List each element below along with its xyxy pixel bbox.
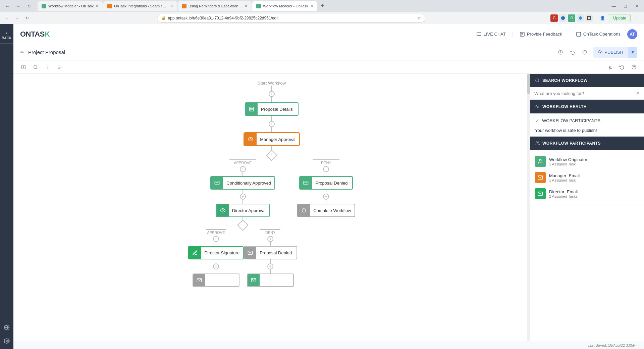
right-panel: SEARCH WORKFLOW ✕ WORKFLOW HEALTH ✓ <box>530 74 644 341</box>
publish-button[interactable]: PUBLISH ▼ <box>593 47 637 58</box>
addr-forward-btn[interactable]: → <box>13 14 21 22</box>
back-browser-btn[interactable]: ← <box>3 1 12 11</box>
reload-browser-btn[interactable]: ↻ <box>24 1 34 11</box>
settings-btn[interactable] <box>605 62 614 72</box>
help-btn[interactable] <box>629 62 639 72</box>
add-node-deny[interactable]: + <box>323 166 329 172</box>
sidebar-globe-icon[interactable] <box>1 322 12 333</box>
publish-dropdown-btn[interactable]: ▼ <box>628 47 637 58</box>
proposal-denied-1-node[interactable]: Proposal Denied <box>299 176 353 190</box>
line-after-pd1 <box>326 190 326 194</box>
back-button[interactable]: ‹ BACK <box>0 27 13 44</box>
workflow-health-section: WORKFLOW HEALTH ✓ WORKFLOW PARTICIPANTS … <box>530 100 644 137</box>
update-button[interactable]: Update <box>609 14 631 22</box>
ontask-operations-btn[interactable]: OnTask Operations <box>576 32 621 37</box>
bookmark-icon[interactable]: ☆ <box>417 16 421 20</box>
address-bar[interactable]: 🔒 app.ontask.io/t/6e30ea31-7012-4a94-9bf… <box>157 14 425 22</box>
proposal-denied-2-node[interactable]: Proposal Denied <box>244 246 297 259</box>
participant-director[interactable]: Director_Email 2 Assigned Tasks <box>530 186 644 202</box>
tab-favicon-3 <box>182 4 186 8</box>
proposal-details-node[interactable]: Proposal Details <box>245 102 299 116</box>
director-approval-node[interactable]: Director Approval <box>216 204 270 217</box>
text-format-btn[interactable] <box>55 62 64 72</box>
proposal-denied-2-label: Proposal Denied <box>256 250 295 255</box>
conditionally-approved-node[interactable]: Conditionally Approved <box>210 176 275 190</box>
new-tab-btn[interactable]: + <box>318 1 327 10</box>
add-after-pd1[interactable]: + <box>323 194 329 200</box>
header-actions: LIVE CHAT Provide Feedback OnTask Operat… <box>476 29 637 39</box>
workflow-canvas[interactable]: Start Workflow + <box>13 74 530 341</box>
ext-icon-5[interactable]: 🔲 <box>585 14 593 22</box>
browser-tab-4[interactable]: Workflow Modeler - OnTask ✕ <box>252 1 317 11</box>
director-signature-label: Director Signature <box>201 250 243 255</box>
dir-deny-label: DENY <box>265 231 276 235</box>
tab-close-2[interactable]: ✕ <box>170 4 173 8</box>
director-branch-connector <box>239 217 247 229</box>
canvas-scrollbar[interactable] <box>527 74 530 341</box>
originator-name: Workflow Originator <box>549 157 587 162</box>
start-workflow-label: Start Workflow <box>251 81 292 86</box>
add-after-pd2[interactable]: + <box>267 263 273 269</box>
add-element-btn[interactable] <box>19 62 28 72</box>
add-after-sig[interactable]: + <box>213 263 219 269</box>
filter-btn[interactable] <box>43 62 52 72</box>
browser-tab-3[interactable]: Using Reminders & Escalations... ✕ <box>178 1 252 11</box>
lock-icon: 🔒 <box>161 16 166 20</box>
add-dir-deny[interactable]: + <box>267 236 273 242</box>
info-icon-btn[interactable] <box>580 48 589 57</box>
deny-h-line <box>313 159 339 160</box>
publish-main-btn[interactable]: PUBLISH <box>593 47 628 58</box>
search-workflow-input[interactable] <box>534 91 633 96</box>
complete-workflow-label: Complete Workflow <box>310 208 354 213</box>
addr-reload-btn[interactable]: ↻ <box>23 14 32 22</box>
originator-avatar <box>535 156 546 167</box>
scrollbar-thumb[interactable] <box>527 74 530 94</box>
logo-text: ONTASK <box>20 30 50 39</box>
manager-approval-node[interactable]: Manager Approval <box>244 133 300 146</box>
edit-title-icon[interactable]: ✏ <box>20 50 24 55</box>
ext-icon-2[interactable]: 🔵 <box>559 14 567 22</box>
director-signature-node[interactable]: Director Signature <box>188 246 244 259</box>
refresh-icon-btn[interactable] <box>556 48 565 57</box>
ext-icon-3[interactable]: O <box>568 14 575 22</box>
ext-icon-4[interactable]: 🔷 <box>577 14 584 22</box>
user-avatar[interactable]: AT <box>627 29 637 39</box>
bottom-node-left[interactable] <box>193 273 239 287</box>
close-browser-btn[interactable]: ✕ <box>632 1 641 11</box>
browser-tab-2[interactable]: OnTask Integrations - Seamless... ✕ <box>103 1 177 11</box>
ext-icon-1[interactable]: G <box>550 14 558 22</box>
browser-tab-1[interactable]: Workflow Modeler - OnTask ✕ <box>38 1 103 11</box>
user-profile-icon[interactable]: 👤 <box>598 14 607 22</box>
left-sidebar: ‹ BACK <box>0 24 13 349</box>
history-icon-btn[interactable] <box>568 48 577 57</box>
tab-close-4[interactable]: ✕ <box>310 4 313 8</box>
complete-workflow-node[interactable]: Complete Workflow <box>297 204 355 217</box>
live-chat-btn[interactable]: LIVE CHAT <box>476 32 506 37</box>
branch-connector-1: ^ <box>268 146 276 159</box>
svg-line-35 <box>538 82 539 83</box>
participant-originator[interactable]: Workflow Originator 1 Assigned Task <box>530 153 644 169</box>
more-options-btn[interactable]: ⋮ <box>633 14 641 22</box>
add-node-after-cond[interactable]: + <box>240 194 246 200</box>
undo-btn[interactable] <box>617 62 627 72</box>
add-dir-approve[interactable]: + <box>213 236 219 242</box>
addr-back-btn[interactable]: ← <box>3 14 11 22</box>
tab-close-3[interactable]: ✕ <box>245 4 248 8</box>
bottom-node-right[interactable] <box>247 273 294 287</box>
minimize-btn[interactable]: — <box>609 1 619 11</box>
search-btn[interactable] <box>31 62 40 72</box>
header-icon-group <box>556 48 589 57</box>
add-node-1[interactable]: + <box>269 91 275 97</box>
sidebar-settings-icon[interactable] <box>1 336 12 346</box>
tab-close-1[interactable]: ✕ <box>96 4 99 8</box>
dir-h-line-right <box>260 229 280 230</box>
maximize-btn[interactable]: □ <box>621 1 630 11</box>
search-clear-icon[interactable]: ✕ <box>636 91 640 96</box>
add-node-approve[interactable]: + <box>240 166 246 172</box>
add-node-2[interactable]: + <box>269 121 275 127</box>
participant-manager[interactable]: Manager_Email 1 Assigned Task <box>530 169 644 186</box>
forward-browser-btn[interactable]: → <box>13 1 23 11</box>
search-input-area: ✕ <box>530 87 644 100</box>
health-safe-message: Your workflow is safe to publish! <box>535 128 597 133</box>
provide-feedback-btn[interactable]: Provide Feedback <box>520 32 562 37</box>
